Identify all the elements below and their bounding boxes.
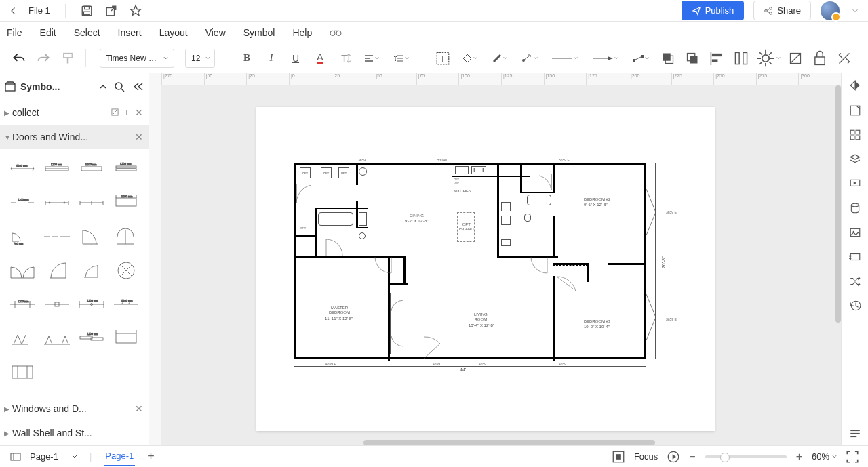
zoom-in-button[interactable]: + [796, 451, 802, 463]
menu-help[interactable]: Help [292, 27, 312, 38]
shape-window-triple[interactable]: 1200 mm [41, 153, 73, 184]
category-windows-doors[interactable]: ▶ Windows and D... ✕ [0, 397, 149, 421]
shape-dim-b[interactable] [41, 289, 73, 320]
canvas[interactable]: |275|50|25|0 |25|50|75|100 |125|150|175|… [149, 73, 841, 445]
shape-window-single[interactable]: 1200 mm [76, 153, 108, 184]
fullscreen-icon[interactable] [846, 451, 859, 463]
toilet-master[interactable] [359, 232, 366, 239]
page-tab-1[interactable]: Page-1 [104, 447, 135, 466]
category-wall-shell[interactable]: ▶ Wall Shell and St... [0, 421, 149, 445]
underline-button[interactable]: U [289, 52, 302, 65]
canvas-h-scrollbar[interactable] [363, 440, 655, 445]
menu-symbol[interactable]: Symbol [243, 27, 275, 38]
menu-layout[interactable]: Layout [159, 27, 188, 38]
door-swing-6[interactable] [539, 167, 559, 192]
distribute-button[interactable] [734, 52, 748, 65]
shape-sliding-a[interactable]: 1200 mm [76, 323, 108, 354]
shape-opening-dim[interactable]: 1200 mm [7, 187, 39, 218]
shape-door-swing-180[interactable] [110, 221, 142, 252]
sink-circle[interactable] [359, 167, 367, 176]
undo-button[interactable] [12, 52, 26, 65]
menu-toggle-icon[interactable] [849, 428, 861, 440]
menu-edit[interactable]: Edit [40, 27, 56, 38]
fill-color-button[interactable] [460, 52, 479, 65]
font-color-button[interactable]: A [313, 52, 327, 65]
zoom-slider[interactable] [705, 455, 787, 458]
account-dropdown-icon[interactable] [849, 5, 861, 17]
share-button[interactable]: Share [753, 1, 811, 20]
shape-dim-d[interactable]: 1200 mm [110, 289, 142, 320]
align-left-obj-button[interactable] [710, 52, 724, 65]
shape-bifold-double[interactable] [41, 323, 73, 354]
avatar[interactable] [821, 1, 840, 20]
line-color-button[interactable] [490, 52, 509, 65]
save-icon[interactable] [81, 5, 93, 17]
layers-icon[interactable] [849, 153, 861, 165]
close-category-icon[interactable]: ✕ [135, 107, 143, 118]
collapse-panel-icon[interactable] [97, 81, 109, 93]
connector-button[interactable] [520, 52, 539, 65]
shape-door-swing-small[interactable]: 700 mm [7, 221, 39, 252]
format-painter-button[interactable] [61, 52, 75, 65]
italic-button[interactable]: I [264, 52, 278, 65]
front-button[interactable] [661, 52, 675, 65]
component-icon[interactable] [849, 251, 861, 263]
menu-select[interactable]: Select [74, 27, 100, 38]
shape-window-frame[interactable] [110, 323, 142, 354]
menu-file[interactable]: File [7, 27, 22, 38]
lock-button[interactable] [813, 52, 827, 65]
presentation-icon[interactable] [849, 178, 861, 190]
shape-dim-a[interactable]: 1200 mm [7, 289, 39, 320]
align-button[interactable] [362, 52, 381, 65]
shape-door-arc-thin[interactable] [76, 255, 108, 286]
theme-icon[interactable] [849, 80, 861, 92]
shape-door-swing-90[interactable] [76, 221, 108, 252]
shape-door-swing-left[interactable] [41, 255, 73, 286]
shape-double-door[interactable] [7, 255, 39, 286]
shape-bifold-single[interactable] [7, 323, 39, 354]
bold-button[interactable]: B [240, 52, 254, 65]
menu-view[interactable]: View [205, 27, 226, 38]
focus-mode-icon[interactable] [612, 451, 625, 463]
tools-button[interactable] [837, 52, 851, 65]
door-swing-entry[interactable] [422, 334, 450, 361]
door-swing-4[interactable] [527, 257, 554, 277]
page-layout-icon[interactable] [9, 451, 22, 463]
star-icon[interactable] [130, 5, 142, 17]
category-doors-windows[interactable]: ▼ Doors and Wind... ✕ [0, 125, 149, 149]
zoom-value[interactable]: 60% [812, 451, 837, 462]
shape-window-dim[interactable]: 1200 mm [7, 153, 39, 184]
bathtub-2[interactable] [527, 195, 551, 205]
closet-door-2[interactable] [391, 334, 412, 348]
line-ends-button[interactable] [631, 52, 650, 65]
image-icon[interactable] [849, 226, 861, 239]
door-swing-1[interactable] [296, 178, 317, 205]
door-swing-5[interactable] [555, 277, 583, 297]
shower-master[interactable] [359, 212, 367, 226]
door-swing-2[interactable] [323, 238, 351, 258]
close-category-icon[interactable]: ✕ [135, 131, 143, 142]
text-tool-button[interactable]: T [436, 52, 450, 65]
category-collect[interactable]: ▶ collect + ✕ [0, 100, 149, 125]
shape-door-seg[interactable] [41, 221, 73, 252]
shape-wall-section[interactable]: 1200 mm [110, 187, 142, 218]
line-spacing-button[interactable] [392, 52, 411, 65]
text-height-button[interactable]: T [338, 52, 351, 65]
appliance-a[interactable] [501, 202, 511, 211]
edit-category-icon[interactable] [111, 107, 119, 118]
shape-garage-door[interactable] [7, 357, 39, 388]
effects-button[interactable] [759, 52, 778, 65]
opt-box-1[interactable]: OPT [300, 167, 311, 178]
focus-label[interactable]: Focus [634, 451, 658, 462]
search-icon[interactable] [113, 81, 125, 93]
shape-revolving-door[interactable] [110, 255, 142, 286]
back-button[interactable] [7, 7, 20, 15]
door-swing-3[interactable] [371, 257, 398, 277]
opt-box-2[interactable]: OPT [321, 167, 332, 178]
publish-button[interactable]: Publish [682, 1, 745, 20]
hide-panel-icon[interactable] [132, 81, 144, 93]
floorplan[interactable]: OPT OPT OPT OPT D/W OPT ISLAND [294, 163, 646, 359]
add-category-icon[interactable]: + [124, 107, 130, 118]
stove[interactable] [471, 166, 486, 174]
toilet-2[interactable] [524, 214, 531, 222]
